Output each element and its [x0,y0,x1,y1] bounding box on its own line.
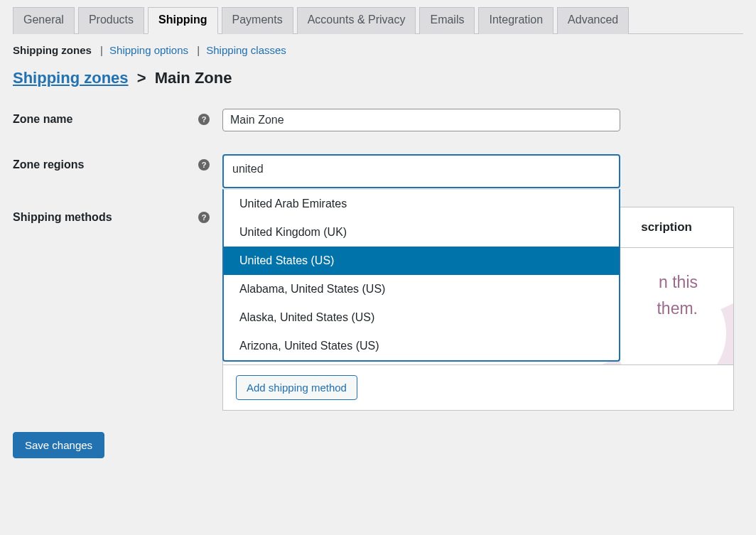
zone-regions-search-text: united [232,163,264,175]
subnav-shipping-options[interactable]: Shipping options [109,44,188,56]
subnav-shipping-classes[interactable]: Shipping classes [206,44,286,56]
breadcrumb-shipping-zones-link[interactable]: Shipping zones [13,69,129,87]
help-icon[interactable]: ? [198,212,210,223]
region-option[interactable]: United Kingdom (UK) [224,218,619,247]
breadcrumb-current: Main Zone [155,69,232,87]
zone-name-input[interactable] [222,109,620,131]
zone-regions-label: Zone regions [13,158,84,171]
zone-name-label: Zone name [13,113,72,126]
region-option[interactable]: Arizona, United States (US) [224,332,619,360]
subnav-sep: | [94,44,107,56]
tab-advanced[interactable]: Advanced [557,7,629,34]
breadcrumb: Shipping zones > Main Zone [13,69,743,87]
tab-shipping[interactable]: Shipping [148,7,217,34]
help-icon[interactable]: ? [198,159,210,171]
tab-general[interactable]: General [13,7,75,34]
shipping-subnav: Shipping zones | Shipping options | Ship… [13,44,743,56]
shipping-methods-label: Shipping methods [13,211,112,224]
region-option[interactable]: Alabama, United States (US) [224,275,619,303]
tab-products[interactable]: Products [78,7,144,34]
region-option-selected[interactable]: United States (US) [224,247,619,275]
tab-payments[interactable]: Payments [222,7,293,34]
subnav-sep: | [191,44,203,56]
region-option[interactable]: Alaska, United States (US) [224,303,619,332]
settings-tabs: General Products Shipping Payments Accou… [13,7,743,34]
tab-accounts-privacy[interactable]: Accounts & Privacy [297,7,416,34]
breadcrumb-sep: > [133,69,151,87]
tab-emails[interactable]: Emails [419,7,475,34]
save-changes-button[interactable]: Save changes [13,432,104,458]
subnav-shipping-zones[interactable]: Shipping zones [13,44,92,56]
zone-regions-select[interactable]: united United Arab Emirates United Kingd… [222,154,620,188]
tab-integration[interactable]: Integration [478,7,554,34]
add-shipping-method-button[interactable]: Add shipping method [236,375,357,400]
region-option[interactable]: United Arab Emirates [224,190,619,218]
zone-regions-dropdown[interactable]: United Arab Emirates United Kingdom (UK)… [222,189,620,362]
help-icon[interactable]: ? [198,114,210,125]
